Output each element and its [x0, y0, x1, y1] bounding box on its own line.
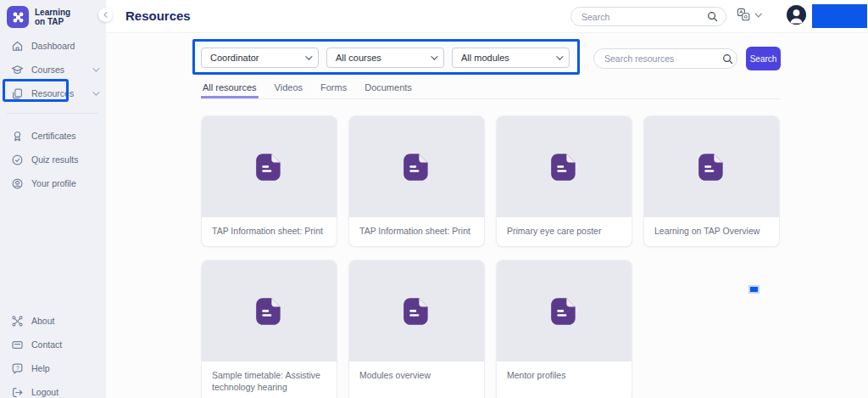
role-select[interactable]: Coordinator [201, 48, 319, 68]
courses-select[interactable]: All courses [326, 48, 444, 68]
user-circle-icon [11, 177, 24, 190]
sidebar-collapse-button[interactable] [98, 8, 113, 22]
sidebar-item-label: About [31, 316, 54, 326]
logo-text: Learning on TAP [35, 8, 70, 26]
resource-card[interactable]: Modules overview [348, 260, 485, 398]
sidebar-item-label: Resources [31, 88, 74, 98]
tab-videos[interactable]: Videos [273, 80, 304, 98]
resource-title: TAP Information sheet: Print [202, 217, 337, 246]
role-select-value: Coordinator [210, 53, 259, 63]
sidebar-item-label: Courses [31, 64, 64, 75]
sidebar-item-courses[interactable]: Courses [0, 58, 106, 81]
username-redaction-box [812, 4, 867, 28]
graduation-cap-icon [11, 64, 24, 76]
card-thumbnail [349, 116, 484, 217]
chevron-down-icon [556, 53, 563, 59]
avatar[interactable] [787, 5, 806, 25]
chevron-down-icon [431, 53, 437, 59]
sidebar-item-label: Logout [31, 387, 58, 397]
document-icon [401, 151, 433, 183]
svg-text:?: ? [16, 364, 19, 370]
sidebar-nav-middle: Certificates Quiz results Your profile [0, 124, 106, 195]
resource-card[interactable]: TAP Information sheet: Print [201, 115, 337, 247]
document-icon [253, 151, 286, 183]
network-x-icon [11, 315, 24, 328]
resource-title: Primary eye care poster [497, 217, 632, 246]
app-logo: Learning on TAP [0, 0, 106, 28]
sidebar-item-label: Dashboard [31, 41, 75, 51]
sidebar-item-your-profile[interactable]: Your profile [0, 171, 106, 195]
card-thumbnail [497, 261, 632, 362]
translate-icon [737, 8, 750, 21]
resource-grid-row-2: Sample timetable: Assistive technology h… [201, 260, 632, 398]
document-icon [548, 151, 581, 183]
card-thumbnail [349, 261, 484, 362]
sidebar-divider [7, 113, 98, 114]
document-icon [253, 295, 286, 328]
search-button[interactable]: Search [746, 47, 781, 70]
sidebar-item-contact[interactable]: Contact [0, 333, 106, 356]
logout-icon [11, 386, 24, 398]
search-icon[interactable] [722, 53, 733, 64]
chevron-left-icon [103, 12, 109, 18]
global-search-input[interactable] [571, 12, 707, 22]
resource-tabs: All resources Videos Forms Documents [201, 80, 780, 99]
sidebar-item-label: Certificates [31, 131, 76, 141]
resources-search-input[interactable] [594, 53, 722, 64]
logo-icon [7, 6, 29, 28]
modules-select[interactable]: All modules [452, 48, 570, 68]
resource-title: Learning on TAP Overview [644, 217, 779, 246]
sidebar-item-quiz-results[interactable]: Quiz results [0, 148, 106, 171]
sidebar-item-label: Quiz results [31, 154, 78, 165]
check-circle-icon [11, 154, 24, 166]
tab-all-resources[interactable]: All resources [201, 80, 259, 98]
sidebar-item-help[interactable]: ? Help [0, 356, 106, 380]
courses-select-value: All courses [336, 53, 381, 63]
tab-forms[interactable]: Forms [319, 80, 348, 98]
sidebar-item-label: Contact [31, 339, 62, 350]
document-icon [401, 295, 433, 328]
language-switcher[interactable] [737, 8, 760, 21]
card-thumbnail [202, 261, 337, 362]
resource-card[interactable]: Mentor profiles [496, 260, 632, 398]
resources-search [593, 48, 737, 69]
modules-select-value: All modules [461, 53, 509, 63]
annotation-marker [750, 287, 758, 292]
question-bubble-icon: ? [11, 362, 24, 375]
header: Resources [106, 0, 868, 33]
card-thumbnail [644, 116, 779, 217]
sidebar-item-logout[interactable]: Logout [0, 380, 106, 398]
document-icon [548, 295, 581, 328]
card-thumbnail [202, 116, 337, 217]
sidebar-item-resources[interactable]: Resources [0, 81, 106, 105]
sidebar: Learning on TAP Dashboard Courses [0, 0, 106, 398]
card-thumbnail [497, 116, 632, 217]
resource-title: Mentor profiles [497, 362, 632, 390]
sidebar-item-label: Your profile [31, 178, 76, 188]
sidebar-item-dashboard[interactable]: Dashboard [0, 34, 106, 58]
document-icon [696, 151, 728, 183]
chevron-down-icon [92, 64, 99, 71]
resource-title: TAP Information sheet: Print [349, 217, 484, 246]
resource-card[interactable]: TAP Information sheet: Print [348, 115, 485, 247]
home-icon [11, 40, 24, 53]
chevron-down-icon [305, 53, 312, 59]
app-window: Learning on TAP Dashboard Courses [0, 0, 868, 398]
sidebar-nav-top: Dashboard Courses Resources [0, 34, 106, 105]
resource-card[interactable]: Sample timetable: Assistive technology h… [201, 260, 337, 398]
resource-card[interactable]: Primary eye care poster [496, 115, 632, 247]
tab-documents[interactable]: Documents [363, 80, 414, 98]
certificate-icon [11, 130, 24, 143]
sidebar-nav-bottom: About Contact ? Help Logou [0, 309, 106, 398]
resource-title: Sample timetable: Assistive technology h… [202, 362, 337, 398]
resource-title: Modules overview [349, 362, 484, 390]
sidebar-item-certificates[interactable]: Certificates [0, 124, 106, 148]
resource-grid-row-1: TAP Information sheet: Print TAP Informa… [201, 115, 780, 247]
resource-card[interactable]: Learning on TAP Overview [643, 115, 780, 247]
page-title: Resources [125, 8, 191, 23]
sidebar-item-about[interactable]: About [0, 309, 106, 333]
global-search [570, 7, 726, 26]
chevron-down-icon [754, 10, 761, 17]
main-area: Resources [106, 0, 868, 398]
search-icon[interactable] [707, 11, 718, 22]
